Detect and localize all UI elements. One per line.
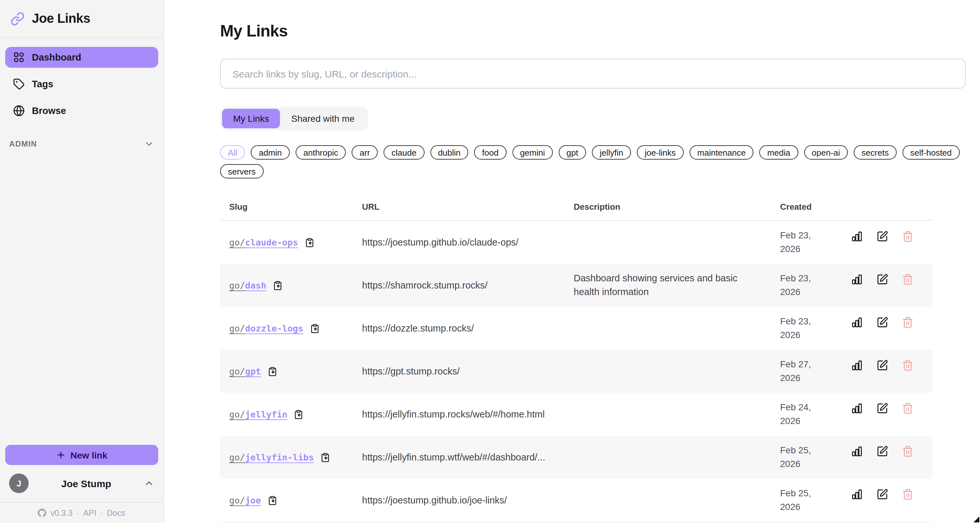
slug-link[interactable]: go/dash [229,280,266,290]
tag-pill-self-hosted[interactable]: self-hosted [902,145,959,159]
created-date: Feb 23, 2026 [780,229,845,256]
row-actions [845,436,932,457]
search-input[interactable] [220,59,966,89]
slug-link[interactable]: go/claude-ops [229,237,298,247]
edit-button[interactable] [877,274,888,285]
tag-pill-arr[interactable]: arr [352,145,378,159]
tab-shared-with-me[interactable]: Shared with me [280,109,366,128]
tag-pill-gemini[interactable]: gemini [512,145,553,159]
chevron-down-icon [144,139,154,149]
url-text: https://dozzle.stump.rocks/ [362,323,574,333]
analytics-button[interactable] [851,488,863,500]
tag-pill-food[interactable]: food [474,145,507,159]
slug-link[interactable]: go/joe [229,495,261,505]
column-header-url: URL [362,202,574,212]
tag-pill-servers[interactable]: servers [220,164,263,179]
edit-button[interactable] [877,317,888,328]
analytics-button[interactable] [851,402,863,414]
table-row: go/gpthttps://gpt.stump.rocks/Feb 27, 20… [220,350,932,393]
copy-slug-button[interactable] [294,409,304,419]
globe-icon [13,105,25,116]
created-date: Feb 25, 2026 [780,443,845,471]
sidebar-footer: v0.3.3 · API · Docs [0,502,164,523]
analytics-button[interactable] [851,231,863,242]
table-row: go/dashhttps://shamrock.stump.rocks/Dash… [220,264,932,307]
docs-link[interactable]: Docs [107,509,125,517]
url-text: https://shamrock.stump.rocks/ [362,280,574,290]
slug-prefix: go/ [229,366,245,376]
edit-button[interactable] [877,488,888,500]
sidebar-item-tags[interactable]: Tags [5,73,158,94]
page-title: My Links [220,21,966,40]
clipboard-copy-icon [320,452,330,462]
bar-chart-icon [851,274,863,285]
sidebar-section-admin[interactable]: ADMIN [0,139,164,149]
copy-slug-button[interactable] [273,281,283,290]
mouse-cursor [974,517,979,522]
delete-button[interactable] [902,445,913,457]
trash-icon [902,402,913,414]
edit-button[interactable] [877,360,888,371]
user-menu[interactable]: J Joe Stump [0,474,164,502]
row-actions [845,479,932,500]
tag-pill-secrets[interactable]: secrets [854,145,897,159]
edit-button[interactable] [877,445,888,457]
url-text: https://gpt.stump.rocks/ [362,366,574,376]
analytics-button[interactable] [851,445,863,457]
delete-button[interactable] [902,317,913,328]
slug-link[interactable]: go/jellyfin [229,409,288,419]
delete-button[interactable] [902,274,913,285]
tag-pill-claude[interactable]: claude [384,145,425,159]
url-text: https://jellyfin.stump.wtf/web/#/dashboa… [362,452,574,462]
tag-pill-maintenance[interactable]: maintenance [690,145,754,159]
slug-name: gpt [245,366,261,376]
copy-slug-button[interactable] [267,366,277,376]
copy-slug-button[interactable] [310,324,320,333]
sidebar-item-browse[interactable]: Browse [5,100,158,121]
analytics-button[interactable] [851,274,863,285]
trash-icon [902,488,913,500]
edit-button[interactable] [877,231,888,242]
separator-dot: · [100,509,103,517]
created-date: Feb 24, 2026 [780,400,845,428]
analytics-button[interactable] [851,360,863,371]
slug-link[interactable]: go/jellyfin-libs [229,452,314,462]
copy-slug-button[interactable] [320,452,330,462]
trash-icon [902,274,913,285]
delete-button[interactable] [902,231,913,242]
tag-pill-joe-links[interactable]: joe-links [637,145,683,159]
slug-link[interactable]: go/gpt [229,366,261,376]
tag-pill-dublin[interactable]: dublin [430,145,468,159]
tag-pill-gpt[interactable]: gpt [559,145,586,159]
tag-pill-open-ai[interactable]: open-ai [804,145,848,159]
trash-icon [902,231,913,242]
joe-links-app: Joe Links DashboardTagsBrowse ADMIN New … [0,0,980,523]
tag-pill-media[interactable]: media [759,145,798,159]
copy-slug-button[interactable] [267,495,277,505]
new-link-button[interactable]: New link [5,445,158,465]
slug-prefix: go/ [229,323,245,333]
tag-pill-admin[interactable]: admin [251,145,290,159]
sidebar-item-label: Dashboard [32,52,81,62]
tag-pill-all[interactable]: All [220,145,245,159]
api-link[interactable]: API [83,509,96,517]
new-link-label: New link [70,450,107,460]
clipboard-copy-icon [273,281,283,290]
tag-icon [13,78,25,90]
tag-pill-anthropic[interactable]: anthropic [296,145,346,159]
delete-button[interactable] [902,488,913,500]
delete-button[interactable] [902,402,913,414]
tab-my-links[interactable]: My Links [222,109,280,128]
clipboard-copy-icon [304,238,314,247]
column-header-slug: Slug [220,202,362,212]
created-date: Feb 25, 2026 [780,486,845,514]
sidebar-item-dashboard[interactable]: Dashboard [5,47,158,68]
tag-pill-jellyfin[interactable]: jellyfin [592,145,631,159]
slug-prefix: go/ [229,495,245,505]
analytics-button[interactable] [851,317,863,328]
slug-link[interactable]: go/dozzle-logs [229,323,304,333]
app-title: Joe Links [32,11,90,26]
edit-button[interactable] [877,402,888,414]
delete-button[interactable] [902,360,913,371]
copy-slug-button[interactable] [304,238,314,247]
